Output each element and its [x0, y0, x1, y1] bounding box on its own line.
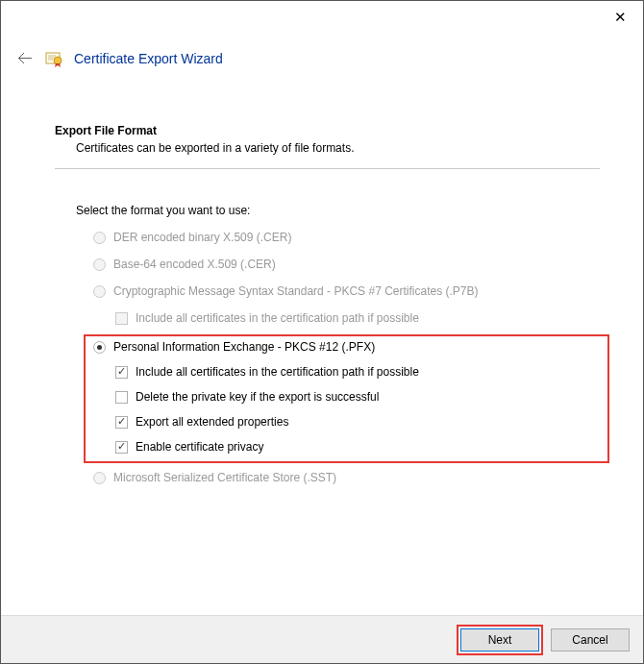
wizard-window: ✕ 🡠 Certificate Export Wizard Export Fil… — [0, 0, 644, 664]
radio-icon — [93, 232, 106, 244]
checkbox-icon — [115, 312, 128, 325]
option-pfx-extended-label: Export all extended properties — [136, 415, 288, 429]
wizard-title: Certificate Export Wizard — [74, 51, 223, 66]
next-highlight: Next — [457, 625, 543, 655]
option-pfx-delete[interactable]: Delete the private key if the export is … — [93, 390, 600, 404]
titlebar: ✕ — [1, 1, 643, 32]
radio-icon — [93, 258, 106, 271]
certificate-icon — [45, 49, 64, 68]
select-format-label: Select the format you want to use: — [55, 204, 600, 217]
close-button[interactable]: ✕ — [603, 7, 637, 28]
option-p7b: Cryptographic Message Syntax Standard - … — [93, 284, 600, 298]
svg-point-1 — [54, 57, 62, 64]
page-subheading: Certificates can be exported in a variet… — [55, 141, 600, 155]
option-sst-label: Microsoft Serialized Certificate Store (… — [113, 471, 336, 484]
cancel-button[interactable]: Cancel — [551, 628, 630, 652]
checkbox-icon — [115, 416, 128, 429]
option-p7b-include-label: Include all certificates in the certific… — [136, 311, 419, 325]
wizard-header: 🡠 Certificate Export Wizard — [1, 32, 643, 76]
option-pfx-include-label: Include all certificates in the certific… — [136, 365, 419, 379]
option-pfx[interactable]: Personal Information Exchange - PKCS #12… — [93, 340, 600, 354]
close-icon: ✕ — [614, 9, 627, 26]
option-p7b-include: Include all certificates in the certific… — [93, 311, 600, 325]
option-pfx-privacy-label: Enable certificate privacy — [136, 440, 263, 454]
option-base64-label: Base-64 encoded X.509 (.CER) — [113, 258, 276, 271]
option-pfx-include[interactable]: Include all certificates in the certific… — [93, 365, 600, 379]
option-pfx-extended[interactable]: Export all extended properties — [93, 415, 600, 429]
checkbox-icon — [115, 441, 128, 454]
radio-icon — [93, 472, 106, 484]
next-button[interactable]: Next — [460, 628, 539, 652]
radio-icon — [93, 341, 106, 354]
option-sst: Microsoft Serialized Certificate Store (… — [93, 471, 600, 484]
pfx-highlight: Personal Information Exchange - PKCS #12… — [84, 334, 609, 463]
checkbox-icon — [115, 391, 128, 404]
option-pfx-delete-label: Delete the private key if the export is … — [136, 390, 379, 404]
wizard-footer: Next Cancel — [1, 615, 643, 663]
wizard-content: Export File Format Certificates can be e… — [1, 76, 643, 615]
option-der-label: DER encoded binary X.509 (.CER) — [113, 231, 291, 244]
option-p7b-label: Cryptographic Message Syntax Standard - … — [113, 284, 479, 298]
checkbox-icon — [115, 366, 128, 379]
page-heading: Export File Format — [55, 124, 600, 137]
format-options: DER encoded binary X.509 (.CER) Base-64 … — [55, 231, 600, 484]
divider — [55, 168, 600, 169]
option-pfx-label: Personal Information Exchange - PKCS #12… — [113, 340, 375, 354]
option-pfx-privacy[interactable]: Enable certificate privacy — [93, 440, 600, 454]
option-base64: Base-64 encoded X.509 (.CER) — [93, 258, 600, 271]
radio-icon — [93, 285, 106, 298]
option-der: DER encoded binary X.509 (.CER) — [93, 231, 600, 244]
back-arrow-icon[interactable]: 🡠 — [12, 50, 37, 67]
